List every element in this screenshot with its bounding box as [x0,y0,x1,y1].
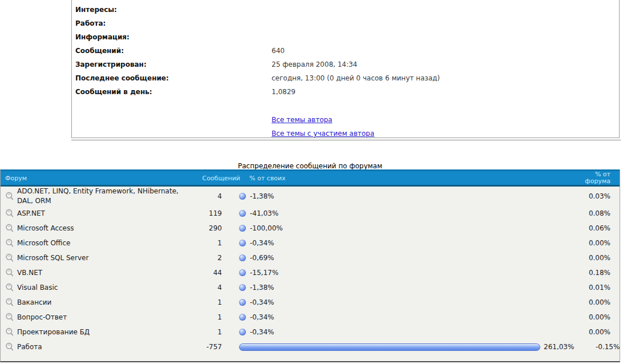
messages-count: -757 [195,343,222,351]
header-pct-forum: % от форума [583,171,610,185]
search-icon[interactable] [5,253,14,262]
percent-bar [239,343,540,351]
forum-cell: Microsoft Office [5,238,195,248]
messages-count: 1 [195,298,222,306]
forum-name: Работа [17,342,42,352]
pct-own-cell: -100,00% [222,224,565,232]
pct-own-cell: -1,38% [222,192,565,200]
forum-cell: Microsoft Access [5,224,195,233]
pct-own-value: -41,03% [250,209,278,217]
messages-count: 1 [195,313,222,321]
pct-forum-value: 0.00% [565,254,610,262]
percent-ball-icon [239,329,246,335]
pct-own-cell: -0,69% [222,254,565,262]
search-icon[interactable] [5,268,14,277]
forum-cell: Вопрос-Ответ [5,313,195,322]
profile-field-label: Последнее сообщение: [75,74,272,82]
forum-name: ASP.NET [17,209,45,219]
messages-count: 44 [195,269,222,277]
percent-ball-icon [239,254,246,261]
pct-forum-value: 0.18% [565,269,610,277]
pct-own-cell: -15,17% [222,269,565,277]
pct-own-value: -1,38% [250,192,274,200]
search-icon[interactable] [5,209,14,218]
percent-ball-icon [239,299,246,306]
percent-ball-icon [239,193,246,200]
header-pct-own: % от своих [249,175,583,182]
forum-name: Microsoft Office [17,238,70,248]
table-header-row: Форум Сообщений % от своих % от форума [1,169,620,187]
percent-ball-icon [239,240,246,246]
table-row: Visual Basic 4 -1,38% 0.01% [1,280,620,295]
pct-own-value: -100,00% [250,224,283,232]
messages-count: 290 [195,224,222,232]
profile-field-label: Зарегистрирован: [75,60,272,68]
profile-field-label: Сообщений в день: [75,88,272,96]
table-row: Вопрос-Ответ 1 -0,34% 0.00% [1,310,620,325]
forum-cell: ADO.NET, LINQ, Entity Framework, NHibern… [5,187,195,206]
forum-table-body: ADO.NET, LINQ, Entity Framework, NHibern… [1,187,620,354]
table-row: Microsoft Office 1 -0,34% 0.00% [1,236,620,250]
messages-count: 1 [195,239,222,247]
pct-own-cell: -0,34% [222,313,565,321]
profile-field-row: Зарегистрирован: 25 февраля 2008, 14:34 [75,58,619,71]
search-icon[interactable] [5,298,14,307]
table-row: VB.NET 44 -15,17% 0.18% [1,265,620,280]
table-row: Проектирование БД 1 -0,34% 0.00% [1,325,620,339]
pct-own-cell: -41,03% [222,209,565,217]
pct-own-value: -0,69% [250,254,274,262]
search-icon[interactable] [5,313,14,322]
profile-field-row: Информация: [75,30,619,44]
search-icon[interactable] [5,192,14,201]
profile-field-row: Интересы: [75,3,619,17]
profile-field-row: Работа: [75,17,619,30]
search-icon[interactable] [5,224,14,233]
profile-panel-underline [71,140,621,140]
forum-name: Microsoft Access [17,224,74,233]
pct-forum-value: 0.08% [565,209,610,217]
forum-cell: ASP.NET [5,209,195,219]
link-all-author-topics[interactable]: Все темы автора [272,114,332,127]
pct-own-cell: 261,03% [222,343,574,351]
profile-field-row: Сообщений в день: 1,0829 [75,85,619,99]
table-row: Работа -757 261,03% -0.15% [1,339,620,354]
pct-own-cell: -1,38% [222,284,565,292]
table-title: Распределение сообщений по форумам [0,162,620,170]
forum-cell: VB.NET [5,268,195,278]
search-icon[interactable] [5,327,14,337]
profile-field-value: 640 [272,47,285,55]
pct-own-value: 261,03% [544,343,574,351]
pct-own-value: -0,34% [250,328,274,336]
forum-name: Вопрос-Ответ [17,313,67,322]
search-icon[interactable] [5,238,14,248]
table-row: ASP.NET 119 -41,03% 0.08% [1,206,620,221]
search-icon[interactable] [5,283,14,292]
profile-field-row: Последнее сообщение: сегодня, 13:00 (0 д… [75,71,619,85]
table-row: Microsoft Access 290 -100,00% 0.06% [1,221,620,236]
messages-count: 2 [195,254,222,262]
profile-field-label: Информация: [75,33,272,41]
link-all-topics-with-author[interactable]: Все темы с участием автора [272,127,374,141]
pct-own-value: -0,34% [250,239,274,247]
pct-own-value: -1,38% [250,284,274,292]
forum-name: Вакансии [17,298,51,308]
pct-forum-value: -0.15% [574,343,620,351]
percent-ball-icon [239,284,246,291]
pct-own-value: -0,34% [250,298,274,306]
pct-own-cell: -0,34% [222,239,565,247]
profile-field-value: 1,0829 [272,88,296,96]
search-icon[interactable] [5,342,14,351]
messages-count: 4 [195,192,222,200]
header-messages: Сообщений [197,175,240,182]
profile-panel: Интересы: Работа: Информация: Сообщений:… [71,0,620,138]
percent-ball-icon [239,269,246,276]
forum-cell: Работа [5,342,195,352]
profile-fields: Интересы: Работа: Информация: Сообщений:… [75,3,619,99]
pct-forum-value: 0.00% [565,328,610,336]
pct-forum-value: 0.01% [565,284,610,292]
header-forum: Форум [5,175,197,182]
forum-name: VB.NET [17,268,42,278]
pct-forum-value: 0.00% [565,298,610,306]
percent-ball-icon [239,225,246,232]
forum-name: Microsoft SQL Server [17,253,88,263]
